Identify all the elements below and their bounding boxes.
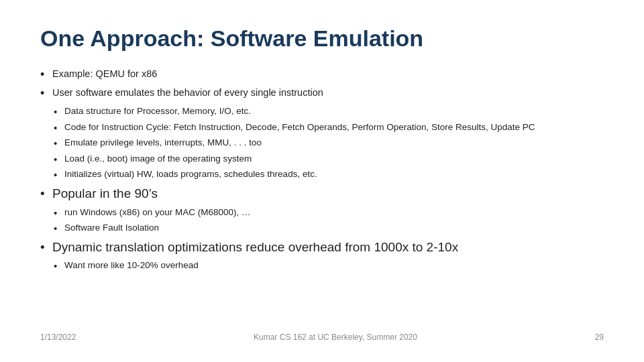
bullet-3-sub-1: • run Windows (x86) on your MAC (M68000)…: [54, 206, 604, 221]
sub-text: Emulate privilege levels, interrupts, MM…: [64, 136, 604, 149]
bullet-2-sub-4: • Load (i.e., boot) image of the operati…: [54, 152, 604, 168]
bullet-2-sub-3: • Emulate privilege levels, interrupts, …: [54, 136, 604, 152]
bullet-2-sub-2: • Code for Instruction Cycle: Fetch Inst…: [54, 121, 604, 136]
bullet-4: • Dynamic translation optimizations redu…: [40, 239, 604, 257]
sub-text: Software Fault Isolation: [64, 221, 604, 235]
bullet-3: • Popular in the 90’s: [40, 185, 604, 203]
slide: One Approach: Software Emulation • Examp…: [0, 0, 644, 362]
bullet-1-dot: •: [40, 66, 52, 83]
bullet-4-text: Dynamic translation optimizations reduce…: [52, 239, 604, 257]
sub-text: Code for Instruction Cycle: Fetch Instru…: [64, 121, 604, 134]
bullet-3-subs: • run Windows (x86) on your MAC (M68000)…: [54, 206, 604, 237]
sub-dot: •: [54, 105, 64, 120]
bullet-1-text: Example: QEMU for x86: [52, 66, 604, 81]
footer-center: Kumar CS 162 at UC Berkeley, Summer 2020: [254, 333, 417, 342]
sub-text: Data structure for Processor, Memory, I/…: [64, 105, 604, 118]
bullet-4-dot: •: [40, 239, 52, 257]
sub-text: Want more like 10-20% overhead: [64, 259, 604, 272]
sub-text: Load (i.e., boot) image of the operating…: [64, 152, 604, 166]
bullet-3-sub-2: • Software Fault Isolation: [54, 221, 604, 237]
slide-title: One Approach: Software Emulation: [40, 25, 604, 52]
sub-dot: •: [54, 121, 64, 136]
bullet-2-subs: • Data structure for Processor, Memory, …: [54, 105, 604, 183]
bullet-4-subs: • Want more like 10-20% overhead: [54, 259, 604, 274]
bullet-2-text: User software emulates the behavior of e…: [52, 85, 604, 100]
content-area: • Example: QEMU for x86 • User software …: [40, 66, 604, 328]
sub-dot: •: [54, 168, 64, 183]
sub-dot: •: [54, 259, 64, 274]
footer-date: 1/13/2022: [40, 333, 76, 342]
bullet-3-dot: •: [40, 185, 52, 203]
bullet-3-text: Popular in the 90’s: [52, 185, 604, 203]
bullet-4-sub-1: • Want more like 10-20% overhead: [54, 259, 604, 274]
footer-page: 29: [595, 333, 604, 342]
bullet-1: • Example: QEMU for x86: [40, 66, 604, 83]
sub-dot: •: [54, 206, 64, 221]
bullet-2: • User software emulates the behavior of…: [40, 85, 604, 102]
bullet-2-sub-1: • Data structure for Processor, Memory, …: [54, 105, 604, 120]
sub-dot: •: [54, 221, 64, 237]
bullet-2-sub-5: • Initializes (virtual) HW, loads progra…: [54, 168, 604, 183]
bullet-2-dot: •: [40, 85, 52, 102]
sub-dot: •: [54, 136, 64, 152]
sub-dot: •: [54, 152, 64, 168]
slide-footer: 1/13/2022 Kumar CS 162 at UC Berkeley, S…: [40, 328, 604, 342]
sub-text: Initializes (virtual) HW, loads programs…: [64, 168, 604, 181]
sub-text: run Windows (x86) on your MAC (M68000), …: [64, 206, 604, 219]
